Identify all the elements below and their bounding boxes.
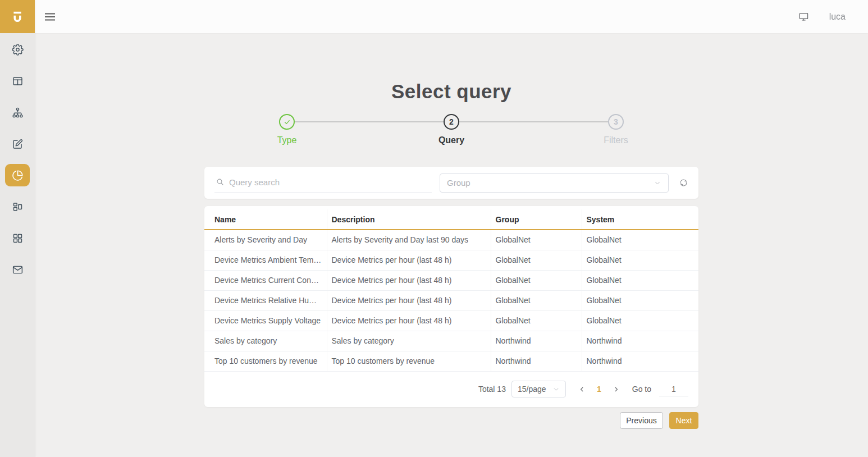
sidebar-item-dashboards[interactable]	[0, 191, 35, 222]
table-cell: Device Metrics Supply Voltage	[204, 310, 327, 331]
table-row[interactable]: Device Metrics Supply VoltageDevice Metr…	[204, 310, 698, 331]
column-header: Group	[491, 209, 582, 230]
sidebar-item-edit[interactable]	[0, 128, 35, 159]
table-cell: Sales by category	[204, 331, 327, 351]
sidebar-item-tables[interactable]	[0, 65, 35, 97]
table-cell: GlobalNet	[491, 250, 582, 270]
sidebar-item-reports[interactable]	[0, 159, 35, 191]
main-content: Select query Type 2 Query 3 Filters	[35, 0, 868, 457]
table-cell: GlobalNet	[491, 290, 582, 310]
sitemap-icon	[12, 107, 24, 118]
previous-page-arrow[interactable]	[576, 386, 588, 393]
chevron-down-icon	[552, 386, 560, 393]
previous-button[interactable]: Previous	[620, 412, 663, 429]
table-cell: Device Metrics per hour (last 48 h)	[327, 290, 491, 310]
goto-page-input[interactable]	[659, 382, 688, 396]
step-filters-label: Filters	[604, 135, 628, 145]
chevron-left-icon	[578, 386, 586, 393]
table-row[interactable]: Sales by categorySales by categoryNorthw…	[204, 331, 698, 351]
refresh-icon	[679, 178, 688, 188]
table-cell: Device Metrics per hour (last 48 h)	[327, 270, 491, 290]
table-cell: GlobalNet	[491, 230, 582, 250]
gear-icon	[12, 44, 24, 56]
step-filters-indicator: 3	[608, 114, 624, 130]
step-query-label: Query	[438, 135, 464, 145]
wizard-stepper: Type 2 Query 3 Filters	[204, 113, 698, 167]
user-menu[interactable]: luca	[829, 12, 846, 22]
table-header-row: NameDescriptionGroupSystem	[204, 209, 698, 230]
app-logo[interactable]	[0, 0, 35, 33]
column-header: System	[582, 209, 698, 230]
query-search-field	[214, 173, 432, 193]
page-title: Select query	[204, 80, 698, 103]
hamburger-menu-button[interactable]	[45, 13, 55, 21]
sidebar-item-settings[interactable]	[0, 34, 35, 65]
pie-chart-icon	[12, 170, 24, 181]
check-icon	[283, 118, 291, 126]
table-cell: GlobalNet	[582, 230, 698, 250]
table-cell: GlobalNet	[582, 310, 698, 331]
current-page-number[interactable]: 1	[593, 385, 605, 394]
table-row[interactable]: Device Metrics Ambient Temp...Device Met…	[204, 250, 698, 270]
step-type-indicator	[279, 114, 295, 130]
column-header: Name	[204, 209, 327, 230]
query-toolbar: Group	[204, 167, 698, 199]
goto-page-label: Go to	[632, 385, 651, 394]
table-cell: Sales by category	[327, 331, 491, 351]
query-search-input[interactable]	[229, 177, 431, 187]
layout-icon	[12, 201, 24, 213]
wizard-footer: Previous Next	[204, 412, 698, 429]
hamburger-icon	[45, 13, 55, 21]
table-cell: Device Metrics Relative Humi...	[204, 290, 327, 310]
step-query-indicator: 2	[444, 114, 459, 130]
table-cell: Top 10 customers by revenue	[327, 351, 491, 371]
column-header: Description	[327, 209, 491, 230]
next-page-arrow[interactable]	[610, 386, 622, 393]
next-button[interactable]: Next	[669, 412, 698, 429]
sidebar-nav	[0, 33, 35, 285]
pagination-total: Total 13	[478, 385, 506, 394]
table-icon	[12, 75, 24, 87]
sidebar-item-widgets[interactable]	[0, 222, 35, 254]
table-cell: GlobalNet	[491, 270, 582, 290]
table-cell: Device Metrics per hour (last 48 h)	[327, 310, 491, 331]
step-type-label: Type	[277, 135, 297, 145]
table-cell: GlobalNet	[582, 270, 698, 290]
query-table-card: NameDescriptionGroupSystem Alerts by Sev…	[204, 206, 698, 407]
chevron-right-icon	[613, 386, 620, 393]
monitor-icon	[798, 11, 809, 22]
edit-icon	[12, 138, 24, 150]
table-cell: Device Metrics per hour (last 48 h)	[327, 250, 491, 270]
table-cell: Northwind	[491, 351, 582, 371]
table-row[interactable]: Device Metrics Current Consu...Device Me…	[204, 270, 698, 290]
search-icon	[216, 177, 225, 186]
sidebar-item-mail[interactable]	[0, 254, 35, 285]
refresh-button[interactable]	[679, 178, 688, 188]
table-cell: Top 10 customers by revenue	[204, 351, 327, 371]
group-select[interactable]: Group	[440, 173, 669, 193]
mail-icon	[12, 264, 24, 276]
table-cell: Device Metrics Ambient Temp...	[204, 250, 327, 270]
table-cell: GlobalNet	[491, 310, 582, 331]
sidebar	[0, 0, 35, 457]
pagination: Total 13 15/page 1 Go to	[204, 372, 698, 407]
sidebar-item-hierarchy[interactable]	[0, 97, 35, 128]
group-select-placeholder: Group	[447, 178, 654, 188]
table-cell: GlobalNet	[582, 290, 698, 310]
page-size-value: 15/page	[518, 385, 549, 394]
table-cell: Device Metrics Current Consu...	[204, 270, 327, 290]
page-size-select[interactable]: 15/page	[511, 381, 566, 397]
table-cell: Alerts by Severity and Day last 90 days	[327, 230, 491, 250]
table-row[interactable]: Top 10 customers by revenueTop 10 custom…	[204, 351, 698, 371]
chevron-down-icon	[654, 179, 661, 187]
query-table: NameDescriptionGroupSystem Alerts by Sev…	[204, 209, 698, 372]
u-brand-logo-icon	[10, 9, 25, 25]
table-cell: GlobalNet	[582, 250, 698, 270]
table-row[interactable]: Alerts by Severity and DayAlerts by Seve…	[204, 230, 698, 250]
table-cell: Northwind	[491, 331, 582, 351]
query-table-body: Alerts by Severity and DayAlerts by Seve…	[204, 230, 698, 371]
display-mode-button[interactable]	[798, 11, 809, 22]
table-row[interactable]: Device Metrics Relative Humi...Device Me…	[204, 290, 698, 310]
table-cell: Northwind	[582, 351, 698, 371]
grid-icon	[12, 232, 24, 244]
